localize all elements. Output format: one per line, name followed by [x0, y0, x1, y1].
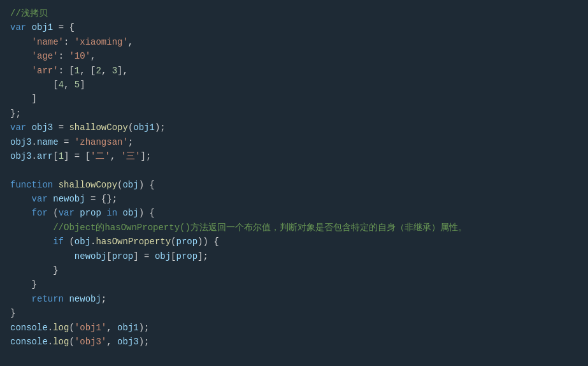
- code-line-22: }: [10, 306, 578, 320]
- code-line-9: var obj3 = shallowCopy(obj1);: [10, 121, 578, 135]
- code-line-23: console.log('obj1', obj1);: [10, 321, 578, 335]
- code-line-1: //浅拷贝: [10, 6, 578, 20]
- code-editor: //浅拷贝 var obj1 = { 'name': 'xiaoming', '…: [0, 0, 588, 366]
- code-line-18: newobj[prop] = obj[prop];: [10, 249, 578, 263]
- code-line-21: return newobj;: [10, 292, 578, 306]
- code-line-14: var newobj = {};: [10, 192, 578, 206]
- code-line-10: obj3.name = 'zhangsan';: [10, 135, 578, 149]
- code-line-17: if (obj.hasOwnProperty(prop)) {: [10, 235, 578, 249]
- code-line-24: console.log('obj3', obj3);: [10, 335, 578, 349]
- code-line-8: };: [10, 106, 578, 121]
- code-line-6: [4, 5]: [10, 78, 578, 92]
- code-line-12: [10, 163, 578, 177]
- code-line-20: }: [10, 277, 578, 291]
- code-line-4: 'age': '10',: [10, 49, 578, 63]
- code-line-2: var obj1 = {: [10, 20, 578, 34]
- code-line-15: for (var prop in obj) {: [10, 206, 578, 220]
- code-line-13: function shallowCopy(obj) {: [10, 178, 578, 192]
- code-line-7: ]: [10, 92, 578, 106]
- code-line-16: //Object的hasOwnProperty()方法返回一个布尔值，判断对象是…: [10, 221, 578, 235]
- code-line-11: obj3.arr[1] = ['二', '三'];: [10, 149, 578, 163]
- code-line-5: 'arr': [1, [2, 3],: [10, 64, 578, 78]
- code-line-3: 'name': 'xiaoming',: [10, 35, 578, 49]
- code-line-19: }: [10, 263, 578, 277]
